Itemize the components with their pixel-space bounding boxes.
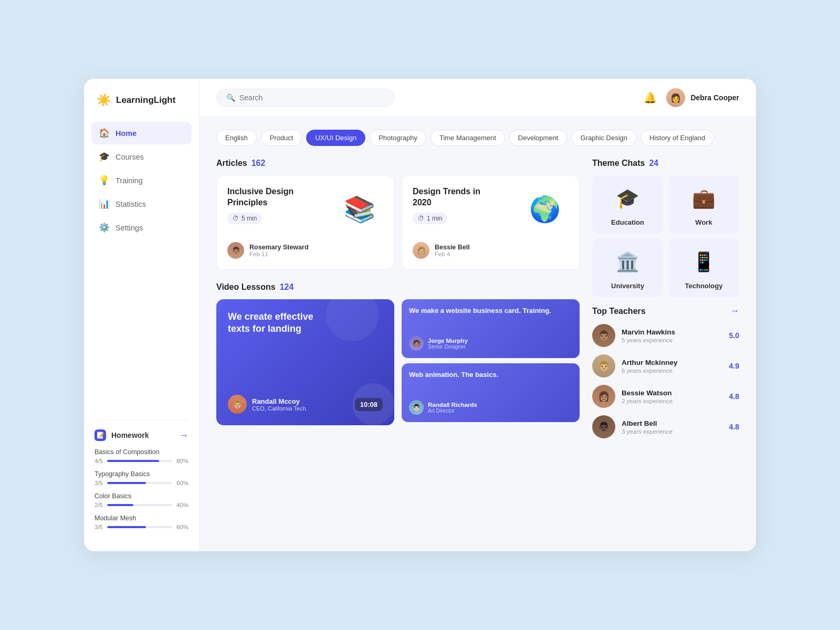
search-icon: 🔍: [226, 93, 235, 102]
category-tab-development[interactable]: Development: [509, 130, 568, 146]
homework-icon: 📝: [94, 429, 106, 441]
theme-label: Work: [695, 218, 712, 226]
theme-card-technology[interactable]: 📱 Technology: [668, 239, 739, 297]
sidebar-divider: [94, 419, 188, 420]
homework-arrow[interactable]: →: [179, 430, 188, 441]
top-teachers-title: Top Teachers: [592, 307, 646, 316]
homework-section: 📝 Homework → Basics of Composition 4/5 8…: [84, 429, 199, 537]
small-video-avatar: 🧑🏽: [409, 336, 424, 351]
user-info[interactable]: 👩 Debra Cooper: [666, 88, 739, 107]
teacher-item[interactable]: 👨🏽 Marvin Hawkins 5 years experience 5.0: [592, 324, 739, 347]
article-time: 1 min: [427, 215, 442, 222]
progress-label: Modular Mesh: [94, 514, 188, 522]
article-card[interactable]: Design Trends in 2020 ⏱ 1 min 🌍 👩🏼 Bessi…: [402, 175, 580, 270]
top-teachers-arrow[interactable]: →: [730, 306, 739, 317]
teacher-avatar: 👩🏽: [592, 385, 615, 408]
clock-icon: ⏱: [233, 215, 239, 222]
sidebar-item-training[interactable]: 💡Training: [91, 169, 192, 192]
app-container: ☀️ LearningLight 🏠Home🎓Courses💡Training📊…: [84, 79, 756, 551]
theme-icon: 💼: [688, 183, 720, 214]
progress-fraction: 4/5: [94, 458, 103, 464]
author-date: Feb 4: [435, 251, 470, 257]
small-video-author: 🧑🏽 Jorge Murphy Senior Designer: [409, 336, 572, 351]
main-video-title: We create effective texts for landing: [228, 311, 337, 335]
sidebar-item-statistics[interactable]: 📊Statistics: [91, 193, 192, 215]
articles-grid: Inclusive Design Principles ⏱ 5 min 📚 👨🏽…: [216, 175, 580, 270]
progress-bar-bg: [107, 482, 172, 484]
sidebar-item-home[interactable]: 🏠Home: [91, 122, 192, 144]
category-tab-product[interactable]: Product: [261, 130, 302, 146]
sidebar-item-courses[interactable]: 🎓Courses: [91, 145, 192, 168]
author-info: Rosemary Steward Feb 11: [249, 244, 309, 257]
small-video-role: Art Director: [428, 408, 477, 414]
progress-bar-fill: [107, 526, 146, 528]
nav-label-home: Home: [116, 129, 136, 138]
main-video-card[interactable]: We create effective texts for landing 👨🏼…: [216, 299, 394, 425]
training-icon: 💡: [99, 175, 109, 186]
notification-bell[interactable]: 🔔: [644, 91, 657, 104]
search-box[interactable]: 🔍: [216, 89, 395, 107]
main-content: 🔍 🔔 👩 Debra Cooper EnglishProductUX/UI D…: [200, 79, 756, 551]
articles-title: Articles: [216, 159, 247, 168]
themes-title: Theme Chats: [592, 159, 645, 168]
theme-icon: 🎓: [612, 183, 644, 214]
progress-percent: 40%: [176, 502, 188, 508]
small-video-title: Web animation. The basics.: [409, 371, 572, 380]
theme-card-work[interactable]: 💼 Work: [668, 175, 739, 234]
teacher-rating: 4.8: [729, 423, 739, 431]
teacher-exp: 6 years experience: [622, 368, 723, 374]
teacher-avatar: 👨🏿: [592, 415, 615, 438]
progress-row: 4/5 80%: [94, 458, 188, 464]
small-video-card[interactable]: We make a website business card. Trainin…: [402, 299, 580, 358]
progress-label: Typography Basics: [94, 470, 188, 478]
author-date: Feb 11: [249, 251, 309, 257]
teacher-rating: 5.0: [729, 331, 739, 340]
author-avatar: 👩🏼: [413, 242, 429, 259]
progress-percent: 60%: [176, 480, 188, 486]
right-col: Theme Chats 24 🎓 Education 💼 Work 🏛️ Uni…: [592, 159, 739, 446]
theme-card-university[interactable]: 🏛️ University: [592, 239, 663, 297]
progress-bar-bg: [107, 504, 172, 506]
articles-count: 162: [251, 159, 266, 168]
theme-grid: 🎓 Education 💼 Work 🏛️ University 📱 Techn…: [592, 175, 739, 297]
progress-percent: 60%: [176, 524, 188, 530]
small-video-author-info: Randall Richards Art Director: [428, 402, 477, 414]
statistics-icon: 📊: [99, 198, 109, 209]
small-video-name: Jorge Murphy: [428, 338, 468, 344]
progress-item: Typography Basics 3/5 60%: [94, 470, 188, 486]
progress-bar-bg: [107, 460, 172, 462]
theme-card-education[interactable]: 🎓 Education: [592, 175, 663, 234]
search-input[interactable]: [239, 93, 385, 102]
homework-header: 📝 Homework →: [94, 429, 188, 441]
two-col-layout: Articles 162 Inclusive Design Principles…: [216, 159, 739, 446]
small-video-card[interactable]: Web animation. The basics. 👨🏻 Randall Ri…: [402, 363, 580, 422]
themes-header: Theme Chats 24: [592, 159, 739, 168]
bg-shape: [352, 383, 394, 425]
category-tab-graphic-design[interactable]: Graphic Design: [571, 130, 636, 146]
progress-fraction: 3/5: [94, 480, 103, 486]
article-card[interactable]: Inclusive Design Principles ⏱ 5 min 📚 👨🏽…: [216, 175, 394, 270]
progress-bar-fill: [107, 504, 133, 506]
videos-header: Video Lessons 124: [216, 282, 580, 292]
progress-row: 3/5 60%: [94, 480, 188, 486]
theme-icon: 🏛️: [612, 246, 644, 278]
category-tab-history-of-england[interactable]: History of England: [640, 130, 714, 146]
teacher-rating: 4.9: [729, 362, 739, 370]
teacher-info: Albert Bell 3 years experience: [622, 419, 723, 435]
teacher-item[interactable]: 👩🏽 Bessie Watson 2 years experience 4.8: [592, 385, 739, 408]
category-tabs: EnglishProductUX/UI DesignPhotographyTim…: [216, 130, 739, 146]
article-time-badge: ⏱ 5 min: [227, 213, 262, 224]
logo-area: ☀️ LearningLight: [84, 93, 199, 122]
sidebar-item-settings[interactable]: ⚙️Settings: [91, 216, 192, 239]
nav-label-statistics: Statistics: [116, 200, 146, 208]
category-tab-ux/ui-design[interactable]: UX/UI Design: [306, 130, 365, 146]
progress-bar-fill: [107, 460, 159, 462]
teacher-item[interactable]: 👨🏼 Arthur Mckinney 6 years experience 4.…: [592, 354, 739, 377]
category-tab-time-management[interactable]: Time Management: [430, 130, 505, 146]
homework-title: 📝 Homework: [94, 429, 149, 441]
teacher-item[interactable]: 👨🏿 Albert Bell 3 years experience 4.8: [592, 415, 739, 438]
logo-icon: ☀️: [97, 93, 111, 107]
progress-percent: 80%: [176, 458, 188, 464]
category-tab-english[interactable]: English: [216, 130, 257, 146]
category-tab-photography[interactable]: Photography: [370, 130, 426, 146]
